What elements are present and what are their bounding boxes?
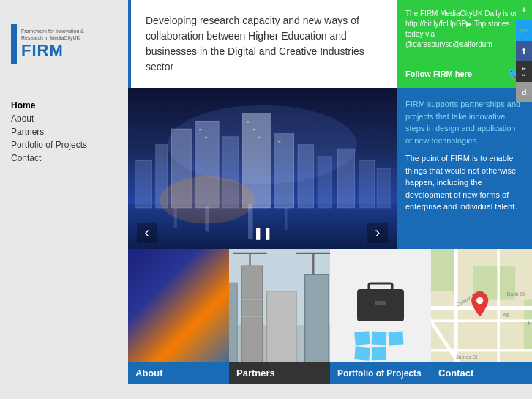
logo-bar	[11, 24, 17, 64]
tile-contact[interactable]: Chapel St A6 A5 Hulme St James St Bank S…	[431, 249, 532, 384]
bottom-tiles: About	[128, 249, 532, 384]
header-description: Developing research capacity and new way…	[128, 0, 397, 88]
social-facebook-button[interactable]: f	[516, 41, 532, 61]
social-sidebar: + 🐦 f ▪▪▪▪ d	[516, 0, 532, 102]
logo-text: Framework for Innovation & Research in M…	[21, 28, 102, 60]
tile-contact-label: Contact	[431, 362, 532, 384]
slider-prev-button[interactable]: ‹	[137, 223, 157, 243]
svg-rect-13	[359, 160, 375, 208]
follow-text: Follow FIRM here	[405, 70, 472, 78]
slider-pause-button[interactable]: ❚❚	[253, 226, 272, 240]
post-it	[354, 346, 370, 361]
sidebar-item-contact[interactable]: Contact	[11, 152, 117, 165]
svg-rect-42	[375, 301, 386, 305]
svg-rect-19	[258, 137, 261, 138]
svg-text:James St: James St	[456, 354, 477, 359]
tile-partners[interactable]: Partners	[229, 249, 330, 384]
svg-rect-15	[199, 129, 201, 130]
post-it	[389, 331, 404, 345]
svg-rect-16	[205, 137, 207, 138]
svg-rect-18	[253, 129, 255, 130]
post-its	[355, 332, 406, 360]
svg-text:Hulme St: Hulme St	[528, 321, 532, 326]
tile-partners-label: Partners	[229, 362, 330, 384]
svg-rect-12	[337, 149, 355, 208]
tile-portfolio[interactable]: Portfolio of Projects	[330, 249, 431, 384]
svg-rect-14	[377, 168, 391, 208]
logo-box: Framework for Innovation & Research in M…	[11, 24, 102, 64]
svg-rect-3	[136, 160, 152, 208]
sidebar-item-home[interactable]: Home	[11, 99, 117, 112]
sidebar-item-portfolio[interactable]: Portfolio of Projects	[11, 138, 117, 152]
slider-info-text2: The point of FIRM is to enable things th…	[405, 152, 523, 213]
logo-area: Framework for Innovation & Research in M…	[0, 0, 128, 88]
svg-rect-44	[431, 249, 456, 291]
social-twitter-button[interactable]: 🐦	[516, 20, 532, 41]
slider-info-text1: FIRM supports partnerships and projects …	[405, 98, 523, 146]
social-d-button[interactable]: d	[516, 82, 532, 102]
tile-about-label: About	[128, 362, 229, 384]
header-text: Developing research capacity and new way…	[146, 13, 382, 75]
twitter-box: The FIRM MediaCityUK Daily is out! http:…	[397, 0, 532, 88]
header: Framework for Innovation & Research in M…	[0, 0, 532, 88]
logo-tagline: Framework for Innovation & Research in M…	[21, 28, 102, 41]
post-it	[372, 347, 387, 361]
logo-firm: FIRM	[21, 41, 102, 60]
svg-rect-17	[247, 121, 249, 122]
sidebar-item-partners[interactable]: Partners	[11, 125, 117, 138]
slider-info: FIRM supports partnerships and projects …	[397, 88, 532, 249]
social-plus-button[interactable]: +	[516, 0, 532, 20]
main-content: Home About Partners Portfolio of Project…	[0, 88, 532, 399]
slider-next-button[interactable]: ›	[367, 223, 388, 243]
svg-text:A6: A6	[503, 313, 509, 318]
svg-rect-10	[298, 145, 314, 208]
content-area: ‹ ❚❚ › FIRM supports partnerships and pr…	[128, 88, 532, 399]
briefcase-icon	[351, 273, 410, 324]
slider-controls: ‹ ❚❚ ›	[128, 217, 397, 249]
social-grid-button[interactable]: ▪▪▪▪	[516, 61, 532, 82]
post-it	[372, 331, 387, 345]
sidebar: Home About Partners Portfolio of Project…	[0, 88, 128, 399]
slider-image: ‹ ❚❚ ›	[128, 88, 397, 249]
svg-rect-11	[318, 157, 331, 208]
sidebar-item-about[interactable]: About	[11, 112, 117, 125]
tile-portfolio-label: Portfolio of Projects	[330, 362, 431, 384]
svg-text:Bank St: Bank St	[507, 291, 525, 297]
svg-point-60	[476, 297, 483, 304]
tile-about[interactable]: About	[128, 249, 229, 384]
slider: ‹ ❚❚ › FIRM supports partnerships and pr…	[128, 88, 532, 249]
follow-row: Follow FIRM here 🐦	[405, 66, 523, 82]
svg-rect-9	[274, 133, 294, 208]
svg-rect-20	[278, 141, 280, 142]
post-it	[354, 331, 370, 346]
twitter-news-text: The FIRM MediaCityUK Daily is out! http:…	[405, 9, 523, 61]
